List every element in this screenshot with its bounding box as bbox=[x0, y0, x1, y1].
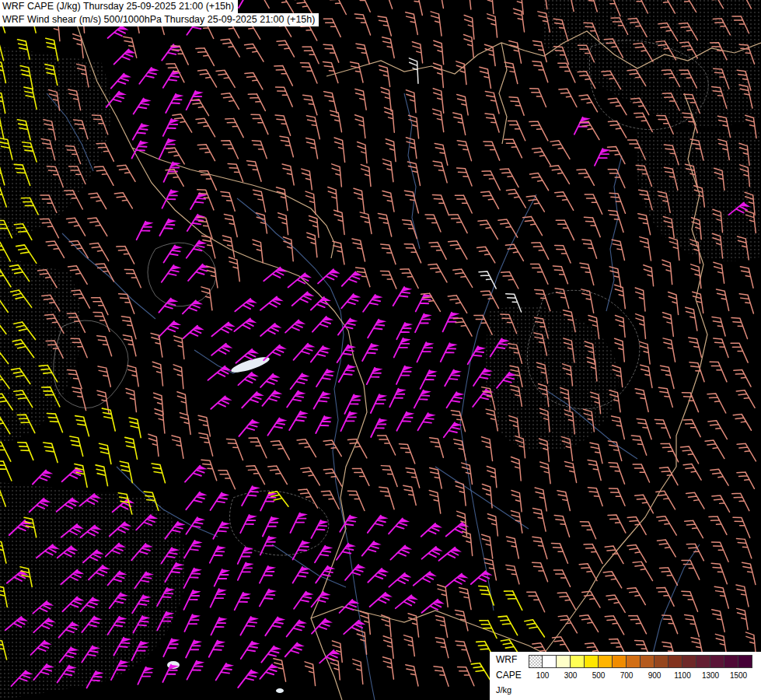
wind-barb bbox=[525, 617, 545, 641]
wind-barb bbox=[487, 13, 497, 38]
barb-staff bbox=[485, 89, 499, 115]
wind-barb bbox=[117, 162, 135, 185]
barb-staff bbox=[553, 263, 567, 286]
wind-barb bbox=[311, 296, 331, 316]
wind-barb bbox=[736, 387, 755, 411]
barb-staff bbox=[711, 561, 727, 586]
stipple-area bbox=[544, 0, 761, 127]
wind-barb bbox=[511, 489, 522, 512]
wind-barb bbox=[453, 111, 466, 136]
wind-barb bbox=[238, 561, 254, 583]
weather-map-page: WRF CAPE (J/kg) Thursday 25-09-2025 21:0… bbox=[0, 0, 761, 700]
wind-barb bbox=[588, 458, 601, 482]
wind-barb bbox=[88, 215, 107, 240]
barb-staff bbox=[211, 618, 226, 639]
barb-staff bbox=[99, 442, 111, 465]
wind-barb bbox=[431, 0, 443, 9]
barb-staff bbox=[356, 42, 369, 66]
barb-staff bbox=[18, 439, 33, 463]
wind-barb bbox=[306, 114, 319, 140]
barb-staff bbox=[356, 265, 370, 289]
barb-staff bbox=[644, 264, 654, 287]
wind-barb bbox=[421, 522, 442, 542]
wind-barb bbox=[159, 296, 178, 317]
wind-barb bbox=[451, 408, 465, 433]
wind-barb bbox=[734, 367, 751, 390]
cape-legend: WRF CAPE J/kg 10030050070090011001300150… bbox=[490, 652, 761, 700]
barb-pennant bbox=[294, 641, 305, 652]
barb-staff bbox=[382, 158, 393, 183]
barb-staff bbox=[609, 208, 623, 234]
barb-staff bbox=[631, 433, 646, 458]
wind-barb bbox=[415, 312, 432, 336]
wind-barb bbox=[300, 60, 317, 86]
legend-tick: 100 bbox=[536, 671, 550, 680]
wind-barb bbox=[235, 590, 251, 613]
barb-staff bbox=[221, 189, 235, 213]
legend-param-label: CAPE bbox=[496, 670, 522, 681]
wind-barb bbox=[249, 435, 267, 461]
wind-barb bbox=[316, 414, 332, 436]
wind-barb bbox=[540, 461, 550, 485]
wind-barb bbox=[640, 341, 651, 365]
barb-staff bbox=[580, 118, 599, 143]
wind-barb bbox=[166, 166, 183, 190]
barb-staff bbox=[454, 438, 466, 462]
wind-barb bbox=[457, 138, 471, 163]
wind-barb bbox=[70, 435, 83, 458]
barb-staff bbox=[269, 488, 288, 511]
barb-staff bbox=[635, 492, 654, 516]
barb-staff bbox=[435, 635, 449, 660]
barb-staff bbox=[190, 193, 207, 213]
wind-barb bbox=[382, 656, 393, 680]
barb-staff bbox=[734, 367, 751, 390]
barb-staff bbox=[500, 166, 518, 191]
barb-staff bbox=[433, 108, 444, 133]
wind-barb bbox=[435, 614, 447, 639]
barb-staff bbox=[417, 342, 433, 365]
wind-barb bbox=[511, 509, 522, 534]
wind-barb bbox=[482, 484, 492, 509]
barb-staff bbox=[293, 567, 309, 587]
barb-staff bbox=[705, 437, 724, 462]
wind-barb bbox=[277, 186, 288, 212]
barb-staff bbox=[710, 359, 727, 384]
barb-pennant bbox=[42, 468, 53, 479]
barb-staff bbox=[260, 590, 276, 611]
barb-pennant bbox=[269, 373, 280, 383]
wind-barb bbox=[186, 490, 207, 514]
wind-barb bbox=[432, 192, 449, 219]
barb-staff bbox=[159, 219, 175, 240]
wind-barb bbox=[164, 243, 183, 267]
barb-staff bbox=[504, 136, 522, 161]
title-windshear: WRF Wind shear (m/s) 500/1000hPa Thursda… bbox=[0, 13, 319, 26]
wind-barb bbox=[555, 243, 571, 266]
wind-barb bbox=[75, 414, 89, 438]
wind-barb bbox=[454, 438, 466, 462]
wind-barb bbox=[595, 146, 611, 169]
wind-barb bbox=[441, 341, 458, 366]
wind-barb bbox=[246, 159, 261, 184]
barb-staff bbox=[449, 212, 467, 236]
wind-barb bbox=[133, 122, 150, 144]
wind-barb bbox=[554, 513, 569, 539]
wind-barb bbox=[468, 345, 486, 369]
barb-staff bbox=[737, 440, 756, 465]
barb-staff bbox=[75, 414, 89, 438]
wind-barb bbox=[353, 0, 370, 15]
wind-barb bbox=[260, 373, 280, 393]
wind-barb bbox=[382, 36, 395, 60]
barb-staff bbox=[485, 111, 499, 135]
legend-swatch bbox=[529, 655, 543, 668]
barb-staff bbox=[714, 261, 724, 285]
barb-staff bbox=[483, 138, 500, 163]
wind-barb bbox=[340, 410, 358, 435]
barb-staff bbox=[655, 417, 670, 441]
wind-barb bbox=[252, 138, 267, 161]
barb-staff bbox=[399, 441, 414, 466]
wind-barb bbox=[218, 467, 236, 492]
wind-barb bbox=[532, 560, 548, 585]
wind-barb bbox=[330, 658, 340, 681]
barb-staff bbox=[225, 115, 243, 141]
wind-barb bbox=[712, 492, 730, 516]
